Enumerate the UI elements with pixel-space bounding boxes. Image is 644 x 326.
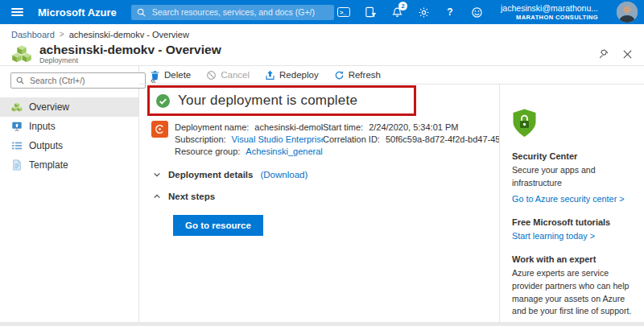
deployment-details-section[interactable]: Deployment details (Download) xyxy=(153,170,499,180)
top-bar: Microsoft Azure >_ 2 ? xyxy=(0,0,644,24)
deployment-name-label: Deployment name: xyxy=(175,122,249,132)
window-bottom-edge xyxy=(0,322,644,326)
breadcrumb-separator-icon: > xyxy=(60,30,64,39)
overview-cubes-icon xyxy=(10,101,23,113)
correlation-id-value: 50f6c59a-8d72-4f2d-bd47-4594dc8d3998 xyxy=(386,134,499,144)
breadcrumb: Dashboard > achesinski-demokv - Overview xyxy=(0,24,644,43)
content-pane: Delete Cancel Redeploy xyxy=(139,66,644,322)
blade-title-bar: achesinski-demokv - Overview Deployment xyxy=(0,43,644,65)
security-center-title: Security Center xyxy=(512,151,636,161)
redeploy-button[interactable]: Redeploy xyxy=(265,70,319,80)
template-icon xyxy=(10,159,23,171)
sidebar-item-label: Inputs xyxy=(29,121,56,132)
security-center-link[interactable]: Go to Azure security center > xyxy=(512,194,636,204)
sidebar: « Overview xyxy=(0,66,139,322)
deployment-status-banner: Your deployment is complete xyxy=(147,85,416,116)
topbar-actions: >_ 2 ? jachesinski@marathonu... MARATHON… xyxy=(336,2,638,23)
user-organization: MARATHON CONSULTING xyxy=(501,14,598,21)
user-email: jachesinski@marathonu... xyxy=(501,3,598,14)
cancel-button[interactable]: Cancel xyxy=(206,70,250,80)
global-search[interactable] xyxy=(131,5,334,20)
page-title: achesinski-demokv - Overview xyxy=(39,43,221,56)
tutorials-title: Free Microsoft tutorials xyxy=(512,217,636,227)
resource-group-link[interactable]: Achesinski_general xyxy=(246,146,322,156)
search-icon xyxy=(16,76,24,85)
notifications-bell-icon[interactable]: 2 xyxy=(390,6,404,19)
sidebar-item-label: Outputs xyxy=(29,140,63,151)
account-menu[interactable]: jachesinski@marathonu... MARATHON CONSUL… xyxy=(501,3,598,22)
deployment-name-value: achesinski-demokv xyxy=(254,122,323,132)
chevron-up-icon xyxy=(153,192,161,200)
sidebar-item-overview[interactable]: Overview xyxy=(0,97,138,117)
command-bar: Delete Cancel Redeploy xyxy=(139,66,644,85)
security-center-desc: Secure your apps and infrastructure xyxy=(512,164,636,190)
sidebar-item-outputs[interactable]: Outputs xyxy=(0,136,138,155)
sidebar-search-input[interactable] xyxy=(28,75,140,86)
sidebar-item-template[interactable]: Template xyxy=(0,155,138,175)
breadcrumb-current: achesinski-demokv - Overview xyxy=(69,30,189,39)
azure-brand[interactable]: Microsoft Azure xyxy=(38,6,117,19)
pin-icon[interactable] xyxy=(598,48,609,60)
global-search-input[interactable] xyxy=(151,6,328,18)
settings-gear-icon[interactable] xyxy=(416,6,431,19)
breadcrumb-dashboard-link[interactable]: Dashboard xyxy=(11,30,55,39)
sidebar-item-inputs[interactable]: Inputs xyxy=(0,117,138,136)
cancel-icon xyxy=(206,70,217,80)
outputs-icon xyxy=(10,140,23,151)
expert-desc: Azure experts are service provider partn… xyxy=(512,267,636,319)
help-icon[interactable]: ? xyxy=(443,6,457,19)
expert-title: Work with an expert xyxy=(512,254,636,264)
directory-filter-icon[interactable] xyxy=(363,6,378,19)
sidebar-search[interactable] xyxy=(10,72,146,89)
blade-body: « Overview xyxy=(0,65,644,322)
deployment-resource-icon xyxy=(151,121,168,138)
recommendations-panel: Security Center Secure your apps and inf… xyxy=(499,85,644,322)
refresh-icon xyxy=(334,70,345,80)
start-time-label: Start time: xyxy=(323,122,363,132)
cloud-shell-icon[interactable]: >_ xyxy=(336,6,351,19)
refresh-button[interactable]: Refresh xyxy=(334,70,381,80)
delete-button[interactable]: Delete xyxy=(150,70,191,80)
notification-badge: 2 xyxy=(398,2,407,10)
azure-portal-window: Microsoft Azure >_ 2 ? xyxy=(0,0,644,326)
feedback-smiley-icon[interactable] xyxy=(469,6,484,19)
chevron-down-icon xyxy=(153,171,161,179)
security-shield-icon xyxy=(512,109,636,141)
deployment-status-text: Your deployment is complete xyxy=(178,93,357,109)
subscription-link[interactable]: Visual Studio Enterprise – MPN xyxy=(232,134,323,144)
start-time-value: 2/24/2020, 5:34:01 PM xyxy=(369,122,458,132)
sidebar-nav: Overview Inputs Outputs xyxy=(0,97,138,175)
inputs-icon xyxy=(10,121,23,132)
search-icon xyxy=(137,8,146,17)
trash-icon xyxy=(150,70,160,80)
main-panel: Your deployment is complete Deployment n… xyxy=(139,85,499,322)
deployment-cubes-icon xyxy=(11,43,32,64)
page-subtitle: Deployment xyxy=(39,57,221,64)
go-to-resource-button[interactable]: Go to resource xyxy=(173,215,263,236)
next-steps-section[interactable]: Next steps xyxy=(153,192,499,201)
redeploy-icon xyxy=(265,70,275,80)
resource-group-label: Resource group: xyxy=(175,146,240,156)
correlation-id-label: Correlation ID: xyxy=(323,134,380,144)
sidebar-item-label: Template xyxy=(29,159,68,171)
subscription-label: Subscription: xyxy=(175,134,226,144)
close-icon[interactable] xyxy=(622,49,633,60)
hamburger-menu-icon[interactable] xyxy=(11,8,23,16)
sidebar-item-label: Overview xyxy=(29,101,69,113)
deployment-essentials: Deployment name:achesinski-demokv Subscr… xyxy=(151,121,499,158)
tutorials-link[interactable]: Start learning today > xyxy=(512,231,636,241)
avatar[interactable] xyxy=(617,2,638,23)
download-link[interactable]: (Download) xyxy=(260,170,308,180)
check-circle-icon xyxy=(156,94,170,108)
